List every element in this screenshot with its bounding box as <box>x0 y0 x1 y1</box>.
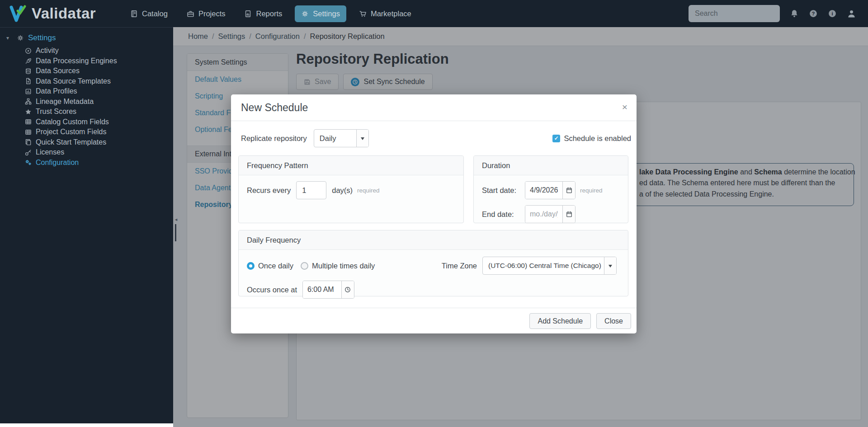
sidebar-root-settings[interactable]: ▾ Settings <box>0 28 173 44</box>
replicate-frequency-value: Daily <box>314 130 356 147</box>
modal-footer: Add Schedule Close <box>231 308 637 333</box>
calendar-button[interactable] <box>562 206 575 223</box>
calendar-icon <box>566 187 572 193</box>
nav-settings[interactable]: Settings <box>295 5 346 22</box>
sidebar-item-label: Configuration <box>36 159 79 167</box>
validatar-logo-icon <box>7 4 27 23</box>
nav-reports[interactable]: Reports <box>238 5 288 22</box>
duration-panel: Duration Start date: required End date: <box>473 155 628 223</box>
sidebar-item-licenses[interactable]: Licenses <box>0 147 173 158</box>
nav-marketplace[interactable]: Marketplace <box>353 5 418 22</box>
schedule-enabled-group: ✓ Schedule is enabled <box>552 134 631 143</box>
timezone-select[interactable]: (UTC-06:00) Central Time (Chicago) <box>482 257 617 275</box>
sitemap-icon <box>25 98 32 105</box>
briefcase-icon <box>187 10 194 18</box>
required-hint: required <box>580 187 603 194</box>
database-icon <box>25 68 32 75</box>
time-button[interactable] <box>341 281 354 298</box>
clock-icon <box>344 286 351 293</box>
bar-chart-icon <box>25 88 32 95</box>
key-icon <box>25 149 32 156</box>
gears-icon <box>25 159 32 166</box>
sidebar-item-label: Lineage Metadata <box>36 98 94 106</box>
file-icon <box>25 78 32 84</box>
timezone-group: Time Zone (UTC-06:00) Central Time (Chic… <box>442 257 617 275</box>
once-daily-label: Once daily <box>258 262 293 270</box>
search-input[interactable] <box>689 5 780 22</box>
recurs-every-input[interactable] <box>296 181 326 199</box>
report-icon <box>244 10 252 18</box>
sidebar-item-project-custom-fields[interactable]: Project Custom Fields <box>0 127 173 137</box>
sidebar-item-data-processing-engines[interactable]: Data Processing Engines <box>0 56 173 66</box>
brand[interactable]: Validatar <box>0 4 113 23</box>
recurs-unit-label: day(s) <box>332 186 353 195</box>
required-hint: required <box>357 187 380 194</box>
schedule-enabled-checkbox[interactable]: ✓ <box>552 135 560 142</box>
navbar-right: ? i <box>689 5 868 22</box>
sidebar-item-data-profiles[interactable]: Data Profiles <box>0 86 173 97</box>
end-date-row: End date: <box>474 205 628 223</box>
left-sidebar: ▾ Settings Activity Data Processing Engi… <box>0 27 173 423</box>
dropdown-arrow-button[interactable] <box>356 130 368 147</box>
nav-item-label: Projects <box>198 9 226 18</box>
info-icon[interactable]: i <box>828 9 837 18</box>
recurs-label: Recurs every <box>247 186 291 195</box>
close-button[interactable]: Close <box>596 313 631 329</box>
once-daily-radio[interactable] <box>247 262 255 270</box>
bell-icon[interactable] <box>790 9 799 18</box>
sidebar-root-label: Settings <box>28 33 56 42</box>
replicate-frequency-select[interactable]: Daily <box>314 129 369 147</box>
occurs-time-input[interactable] <box>303 281 341 298</box>
help-icon[interactable]: ? <box>809 9 818 18</box>
calendar-button[interactable] <box>562 182 575 199</box>
gear-icon <box>301 10 309 18</box>
multiple-times-daily-radio[interactable] <box>301 262 308 270</box>
rocket-icon <box>25 57 32 64</box>
close-icon[interactable]: × <box>622 102 627 113</box>
top-navbar: Validatar Catalog Projects Reports Setti… <box>0 0 868 27</box>
play-circle-icon <box>25 47 32 54</box>
add-schedule-button[interactable]: Add Schedule <box>529 313 591 329</box>
table-icon <box>25 118 32 125</box>
sidebar-item-label: Quick Start Templates <box>36 138 106 146</box>
occurs-once-row: Occurs once at <box>239 281 628 299</box>
sidebar-item-quick-start-templates[interactable]: Quick Start Templates <box>0 137 173 148</box>
svg-text:i: i <box>831 11 833 16</box>
modal-header: New Schedule × <box>231 94 637 121</box>
occurs-once-label: Occurs once at <box>247 286 297 294</box>
table-icon <box>25 129 32 136</box>
start-date-input[interactable] <box>525 182 562 199</box>
sidebar-item-label: Activity <box>36 47 59 55</box>
sidebar-item-activity[interactable]: Activity <box>0 46 173 56</box>
modal-title: New Schedule <box>241 102 308 114</box>
nav-catalog[interactable]: Catalog <box>124 5 174 22</box>
sidebar-item-label: Project Custom Fields <box>36 128 107 136</box>
start-date-picker <box>525 181 576 199</box>
sidebar-item-lineage-metadata[interactable]: Lineage Metadata <box>0 97 173 107</box>
chevron-down-icon <box>361 137 364 142</box>
frequency-pattern-header: Frequency Pattern <box>239 156 463 175</box>
replicate-row: Replicate repository Daily ✓ Schedule is… <box>241 129 631 147</box>
sidebar-item-configuration[interactable]: Configuration <box>0 158 173 168</box>
end-date-label: End date: <box>482 210 525 219</box>
chevron-down-icon[interactable]: ▾ <box>6 35 13 41</box>
sidebar-item-label: Data Processing Engines <box>36 57 117 65</box>
end-date-picker <box>525 205 576 223</box>
sidebar-item-catalog-custom-fields[interactable]: Catalog Custom Fields <box>0 117 173 127</box>
nav-projects[interactable]: Projects <box>180 5 232 22</box>
sidebar-item-label: Catalog Custom Fields <box>36 118 109 126</box>
sidebar-item-trust-scores[interactable]: Trust Scores <box>0 107 173 117</box>
svg-text:?: ? <box>812 11 815 16</box>
sidebar-item-label: Data Profiles <box>36 87 77 95</box>
star-icon <box>25 108 32 115</box>
dropdown-arrow-button[interactable] <box>604 257 616 274</box>
end-date-input[interactable] <box>525 206 562 223</box>
schedule-enabled-label: Schedule is enabled <box>564 134 631 143</box>
sidebar-item-data-source-templates[interactable]: Data Source Templates <box>0 76 173 87</box>
app-root: Validatar Catalog Projects Reports Setti… <box>0 0 868 427</box>
sidebar-tree: Activity Data Processing Engines Data So… <box>0 46 173 168</box>
user-icon[interactable] <box>847 9 856 19</box>
chevron-down-icon <box>609 265 612 269</box>
sidebar-item-label: Trust Scores <box>36 108 76 116</box>
sidebar-item-data-sources[interactable]: Data Sources <box>0 66 173 76</box>
